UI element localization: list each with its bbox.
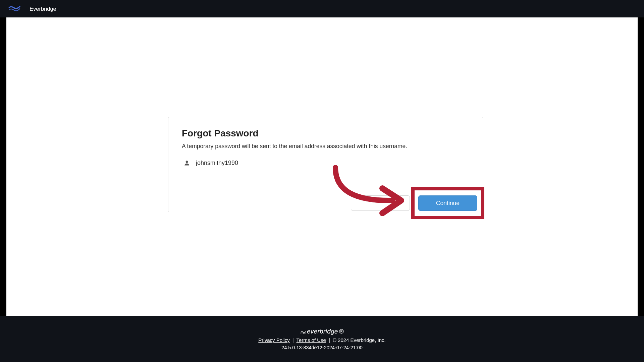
footer-copyright: © 2024 Everbridge, Inc. [333, 337, 386, 343]
app-header: Everbridge [0, 0, 644, 17]
brand-name: Everbridge [30, 6, 56, 12]
forgot-password-card: Forgot Password A temporary password wil… [168, 117, 483, 212]
continue-button[interactable]: Continue [418, 195, 477, 211]
footer-brand: everbridge [307, 328, 338, 335]
footer-separator: | [292, 337, 294, 343]
card-description: A temporary password will be sent to the… [182, 143, 470, 150]
everbridge-logo-icon [8, 4, 21, 13]
svg-point-0 [186, 161, 188, 163]
footer-version: 24.5.0.13-834de12-2024-07-24-21:00 [281, 345, 363, 350]
footer-separator: | [329, 337, 330, 343]
app-footer: everbridge® Privacy Policy | Terms of Us… [0, 316, 644, 362]
footer-links: Privacy Policy | Terms of Use | © 2024 E… [258, 337, 385, 343]
everbridge-mark-icon [300, 329, 306, 334]
terms-of-use-link[interactable]: Terms of Use [297, 337, 326, 343]
privacy-policy-link[interactable]: Privacy Policy [258, 337, 289, 343]
footer-logo: everbridge® [300, 328, 344, 335]
username-value: johnsmithy1990 [196, 160, 238, 167]
username-display: johnsmithy1990 [182, 159, 347, 170]
cancel-button[interactable] [351, 195, 410, 211]
user-icon [183, 159, 191, 167]
card-title: Forgot Password [182, 128, 470, 139]
